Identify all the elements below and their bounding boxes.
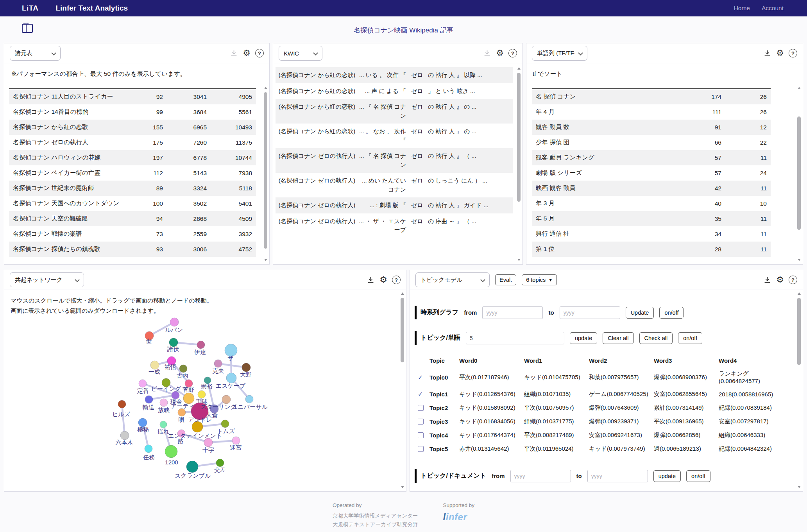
kwic-row[interactable]: (名探偵コナン から紅の恋歌)... 声 に よる 「ゼロ」 と いう 呟き .… bbox=[276, 83, 513, 99]
timeseries-to-input[interactable] bbox=[560, 306, 620, 319]
network-node[interactable] bbox=[183, 393, 194, 404]
topic-word-count-input[interactable] bbox=[466, 332, 564, 344]
network-node[interactable] bbox=[186, 461, 198, 473]
check-all-button[interactable]: Check all bbox=[639, 332, 673, 344]
network-node[interactable] bbox=[160, 399, 168, 407]
spec-scrollbar[interactable] bbox=[263, 87, 268, 261]
clear-all-button[interactable]: Clear all bbox=[603, 332, 633, 344]
topic-scrollbar[interactable] bbox=[797, 292, 802, 488]
network-node[interactable] bbox=[214, 360, 222, 367]
table-row[interactable]: 興行 通信 社3411 bbox=[532, 226, 771, 242]
network-node[interactable] bbox=[172, 391, 179, 399]
table-row[interactable]: 名探偵コナン 天国へのカウントダウン10035025401 bbox=[9, 196, 256, 211]
network-node[interactable] bbox=[179, 365, 187, 373]
download-icon[interactable] bbox=[763, 276, 771, 284]
topic-checkbox[interactable]: ✓ bbox=[418, 374, 429, 381]
help-icon[interactable]: ? bbox=[789, 276, 797, 284]
topic-checkbox[interactable] bbox=[418, 419, 424, 425]
help-icon[interactable]: ? bbox=[789, 49, 797, 57]
gear-icon[interactable]: ⚙ bbox=[379, 276, 387, 284]
table-row[interactable]: 名探偵コナン 11人目のストライカー9230414905 bbox=[9, 89, 256, 104]
network-scrollbar[interactable] bbox=[400, 292, 405, 488]
table-row[interactable]: 映画 観客 動員4211 bbox=[532, 181, 771, 196]
network-node[interactable] bbox=[216, 459, 224, 467]
timeseries-update-button[interactable]: Update bbox=[626, 307, 654, 319]
kwic-scrollbar[interactable] bbox=[517, 67, 521, 261]
network-node[interactable] bbox=[118, 400, 126, 408]
table-row[interactable]: 少年 探偵 団6622 bbox=[532, 135, 771, 150]
topic-word-update-button[interactable]: update bbox=[570, 332, 597, 344]
network-node[interactable] bbox=[245, 395, 253, 403]
table-row[interactable]: 年 3 月4010 bbox=[532, 196, 771, 211]
table-row[interactable]: 年 5 月3511 bbox=[532, 211, 771, 226]
network-node[interactable] bbox=[222, 395, 231, 404]
topics-count-select[interactable]: 6 topics ▼ bbox=[522, 274, 557, 285]
network-view-select[interactable]: 共起ネットワーク bbox=[10, 272, 84, 287]
nav-link-account[interactable]: Account bbox=[762, 5, 784, 12]
network-node[interactable] bbox=[221, 420, 229, 428]
words-scrollbar[interactable] bbox=[797, 87, 802, 261]
network-node[interactable] bbox=[204, 438, 213, 447]
network-node[interactable] bbox=[192, 421, 203, 432]
timeseries-from-input[interactable] bbox=[482, 306, 543, 319]
topic-checkbox[interactable] bbox=[418, 405, 424, 411]
network-node[interactable] bbox=[145, 396, 153, 403]
topic-doc-onoff-button[interactable]: on/off bbox=[686, 470, 710, 482]
gear-icon[interactable]: ⚙ bbox=[496, 49, 504, 57]
topic-doc-from-input[interactable] bbox=[510, 470, 571, 482]
network-node[interactable] bbox=[120, 431, 129, 440]
timeseries-onoff-button[interactable]: on/off bbox=[659, 307, 684, 319]
network-node[interactable] bbox=[232, 437, 240, 444]
kwic-row[interactable]: (名探偵コナン ゼロの執行人)... 『 名 探偵 コナンゼロの 執行 人 』 … bbox=[276, 148, 513, 173]
table-row[interactable]: 名探偵コナン 探偵たちの鎮魂歌9330064752 bbox=[9, 242, 256, 257]
gear-icon[interactable]: ⚙ bbox=[243, 49, 251, 57]
help-icon[interactable]: ? bbox=[392, 276, 401, 284]
table-row[interactable]: 観客 動員 ランキング5711 bbox=[532, 150, 771, 165]
eval-button[interactable]: Eval. bbox=[495, 274, 516, 285]
table-row[interactable]: 名 探偵 コナン17426 bbox=[532, 89, 771, 104]
gear-icon[interactable]: ⚙ bbox=[776, 276, 784, 284]
table-row[interactable]: 名探偵コナン 天空の難破船9428684509 bbox=[9, 211, 256, 226]
download-icon[interactable] bbox=[367, 276, 375, 284]
table-row[interactable]: 名探偵コナン ベイカー街の亡霊11251437938 bbox=[9, 165, 256, 181]
network-svg[interactable]: ルパン世諸伏伊達ザ克夫大野一成祐悟古内エスケープ定番ビーイング菅野崇裕手毬現金輸… bbox=[4, 316, 401, 490]
table-row[interactable]: 名探偵コナン 世紀末の魔術師8933245118 bbox=[9, 181, 256, 196]
linfer-logo[interactable]: linfer bbox=[443, 512, 467, 523]
kwic-row[interactable]: (名探偵コナン ゼロの執行人)... めい たんてい コナンゼロの しっこう に… bbox=[276, 173, 513, 197]
download-icon[interactable] bbox=[763, 49, 771, 57]
network-node[interactable] bbox=[138, 418, 147, 427]
topic-word-onoff-button[interactable]: on/off bbox=[678, 332, 702, 344]
table-row[interactable]: 名探偵コナン ハロウィンの花嫁197677810744 bbox=[9, 150, 256, 165]
network-node[interactable] bbox=[160, 421, 167, 428]
table-row[interactable]: 観客 動員 数9112 bbox=[532, 120, 771, 135]
network-node[interactable] bbox=[170, 318, 179, 326]
words-view-select[interactable]: 単語列 (TF/TF-IDF) bbox=[532, 46, 587, 61]
table-row[interactable]: 名探偵コナン ゼロの執行人175726011375 bbox=[9, 135, 256, 150]
network-node[interactable] bbox=[242, 363, 251, 372]
topic-checkbox[interactable]: ✓ bbox=[418, 390, 429, 398]
kwic-row[interactable]: (名探偵コナン から紅の恋歌)... 。 なお 、 次作 『ゼロの 執行 人 』… bbox=[276, 124, 513, 148]
network-node[interactable] bbox=[178, 408, 186, 416]
kwic-row[interactable]: (名探偵コナン から紅の恋歌)... 『 名 探偵 コナンゼロの 執行 人 』 … bbox=[276, 99, 513, 124]
topic-checkbox[interactable] bbox=[418, 446, 424, 452]
topic-view-select[interactable]: トピックモデル bbox=[415, 272, 490, 287]
spec-view-select[interactable]: 諸元表 bbox=[10, 46, 61, 61]
topic-checkbox[interactable] bbox=[418, 432, 424, 438]
topic-doc-to-input[interactable] bbox=[587, 470, 648, 482]
network-node[interactable] bbox=[139, 380, 147, 387]
network-node[interactable] bbox=[197, 341, 205, 349]
network-node[interactable] bbox=[145, 445, 152, 453]
network-node[interactable] bbox=[198, 390, 206, 398]
table-row[interactable]: 年 4 月11126 bbox=[532, 104, 771, 120]
table-row[interactable]: 名探偵コナン 戦慄の楽譜7325593932 bbox=[9, 226, 256, 242]
topic-doc-update-button[interactable]: update bbox=[653, 470, 681, 482]
gear-icon[interactable]: ⚙ bbox=[776, 49, 784, 57]
help-icon[interactable]: ? bbox=[508, 49, 517, 57]
nav-link-home[interactable]: Home bbox=[734, 5, 750, 12]
table-row[interactable]: 劇場 版 シリーズ5724 bbox=[532, 165, 771, 181]
kwic-row[interactable]: (名探偵コナン ゼロの執行人)... ・ ザ ・ エスケープゼロの 序曲 ～ 』… bbox=[276, 213, 513, 238]
table-row[interactable]: 名探偵コナン から紅の恋歌155696510493 bbox=[9, 120, 256, 135]
table-row[interactable]: 第 1 位2811 bbox=[532, 242, 771, 257]
kwic-row[interactable]: (名探偵コナン ゼロの執行人)... : 劇場 版 『ゼロの 執行 人 』 ガイ… bbox=[276, 197, 513, 213]
download-icon[interactable] bbox=[483, 49, 491, 57]
